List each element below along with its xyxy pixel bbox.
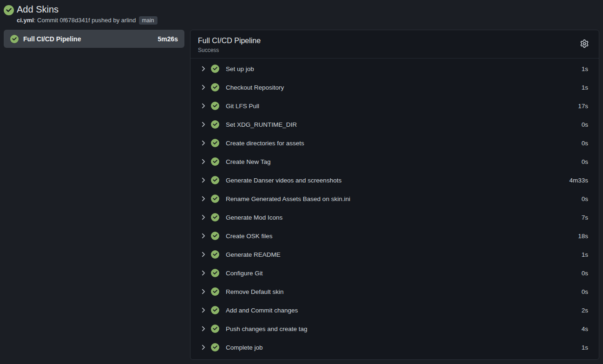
steps-list: Set up job 1s Checkout Repository 1s Git… — [190, 58, 599, 359]
workflow-file-name: ci.yml — [17, 17, 34, 24]
step-duration: 0s — [582, 121, 588, 128]
step-row[interactable]: Push changes and create tag 4s — [190, 319, 599, 338]
step-name: Create OSK files — [226, 233, 273, 240]
run-title: Add Skins — [17, 4, 157, 15]
chevron-right-icon[interactable] — [200, 270, 207, 276]
step-row[interactable]: Configure Git 0s — [190, 264, 599, 282]
check-circle-icon — [211, 195, 219, 203]
chevron-right-icon[interactable] — [200, 214, 207, 221]
step-row[interactable]: Generate Mod Icons 7s — [190, 208, 599, 227]
step-duration: 4m33s — [569, 177, 588, 184]
chevron-right-icon[interactable] — [200, 195, 207, 202]
step-duration: 18s — [578, 233, 588, 240]
commit-text: : Commit 0f678d341f pushed by arlind — [34, 17, 136, 24]
step-name: Create New Tag — [226, 158, 271, 165]
check-circle-icon — [211, 65, 219, 73]
check-circle-icon — [211, 102, 219, 110]
step-row[interactable]: Set XDG_RUNTIME_DIR 0s — [190, 115, 599, 134]
step-name: Rename Generated Assets Based on skin.in… — [226, 195, 350, 202]
step-row[interactable]: Create OSK files 18s — [190, 227, 599, 245]
chevron-right-icon[interactable] — [200, 65, 207, 72]
check-circle-icon — [211, 83, 219, 91]
step-name: Generate Danser videos and screenshots — [226, 177, 341, 184]
step-name: Create directories for assets — [226, 140, 304, 147]
chevron-right-icon[interactable] — [200, 233, 207, 239]
step-duration: 0s — [582, 270, 588, 277]
check-circle-icon — [211, 232, 219, 240]
step-name: Git LFS Pull — [226, 103, 259, 110]
check-circle-icon — [211, 139, 219, 147]
chevron-right-icon[interactable] — [200, 325, 207, 332]
step-row[interactable]: Checkout Repository 1s — [190, 78, 599, 97]
check-circle-icon — [211, 120, 219, 129]
step-row[interactable]: Git LFS Pull 17s — [190, 97, 599, 115]
actions-run-page: Add Skins ci.yml: Commit 0f678d341f push… — [0, 0, 603, 360]
check-circle-icon — [211, 176, 219, 184]
step-duration: 0s — [582, 158, 588, 165]
step-name: Set XDG_RUNTIME_DIR — [226, 121, 297, 128]
step-row[interactable]: Generate Danser videos and screenshots 4… — [190, 171, 599, 189]
step-row[interactable]: Remove Default skin 0s — [190, 282, 599, 301]
step-duration: 2s — [582, 307, 588, 314]
step-name: Add and Commit changes — [226, 307, 298, 314]
job-log-panel: Full CI/CD Pipeline Success Set up job 1… — [190, 30, 599, 360]
check-circle-icon — [10, 35, 19, 43]
chevron-right-icon[interactable] — [200, 288, 207, 295]
branch-badge[interactable]: main — [139, 16, 157, 25]
step-duration: 0s — [582, 195, 588, 202]
step-duration: 17s — [578, 103, 588, 110]
step-row[interactable]: Complete job 1s — [190, 338, 599, 357]
step-name: Remove Default skin — [226, 288, 284, 295]
step-name: Complete job — [226, 344, 263, 351]
step-row[interactable]: Add and Commit changes 2s — [190, 301, 599, 319]
job-status-text: Success — [198, 47, 261, 53]
chevron-right-icon[interactable] — [200, 84, 207, 91]
commit-summary: ci.yml: Commit 0f678d341f pushed by arli… — [17, 16, 136, 25]
step-name: Checkout Repository — [226, 84, 284, 91]
check-circle-icon — [211, 157, 219, 166]
check-circle-icon — [211, 306, 219, 314]
step-row[interactable]: Set up job 1s — [190, 59, 599, 78]
run-content: Full CI/CD Pipeline 5m26s Full CI/CD Pip… — [0, 30, 603, 360]
step-duration: 4s — [582, 325, 588, 332]
check-circle-icon — [211, 287, 219, 296]
step-name: Configure Git — [226, 270, 263, 277]
step-row[interactable]: Create directories for assets 0s — [190, 134, 599, 152]
job-panel-titles: Full CI/CD Pipeline Success — [198, 36, 261, 53]
jobs-sidebar: Full CI/CD Pipeline 5m26s — [4, 30, 184, 48]
check-circle-icon — [211, 343, 219, 351]
step-name: Set up job — [226, 65, 254, 72]
run-subtitle: ci.yml: Commit 0f678d341f pushed by arli… — [17, 16, 157, 25]
chevron-right-icon[interactable] — [200, 121, 207, 128]
chevron-right-icon[interactable] — [200, 251, 207, 258]
gear-icon[interactable] — [580, 39, 590, 49]
step-row[interactable]: Rename Generated Assets Based on skin.in… — [190, 189, 599, 208]
job-duration: 5m26s — [157, 35, 178, 43]
check-circle-icon — [211, 269, 219, 277]
step-duration: 1s — [582, 84, 588, 91]
step-name: Push changes and create tag — [226, 325, 308, 332]
step-duration: 1s — [582, 344, 588, 351]
step-duration: 7s — [582, 214, 588, 221]
run-status-check-circle-icon — [4, 5, 14, 15]
chevron-right-icon[interactable] — [200, 344, 207, 351]
step-row[interactable]: Create New Tag 0s — [190, 152, 599, 171]
job-name: Full CI/CD Pipeline — [23, 35, 81, 43]
step-duration: 0s — [582, 140, 588, 147]
job-panel-header: Full CI/CD Pipeline Success — [190, 30, 599, 58]
check-circle-icon — [211, 325, 219, 333]
job-item-full-ci-cd-pipeline[interactable]: Full CI/CD Pipeline 5m26s — [4, 30, 184, 48]
step-row[interactable]: Generate README 1s — [190, 245, 599, 264]
check-circle-icon — [211, 213, 219, 221]
chevron-right-icon[interactable] — [200, 140, 207, 146]
step-duration: 0s — [582, 288, 588, 295]
chevron-right-icon[interactable] — [200, 177, 207, 183]
run-header-text: Add Skins ci.yml: Commit 0f678d341f push… — [17, 4, 157, 25]
chevron-right-icon[interactable] — [200, 158, 207, 165]
chevron-right-icon[interactable] — [200, 307, 207, 313]
check-circle-icon — [211, 250, 219, 259]
step-name: Generate Mod Icons — [226, 214, 282, 221]
chevron-right-icon[interactable] — [200, 103, 207, 109]
job-panel-title: Full CI/CD Pipeline — [198, 36, 261, 46]
step-duration: 1s — [582, 65, 588, 72]
